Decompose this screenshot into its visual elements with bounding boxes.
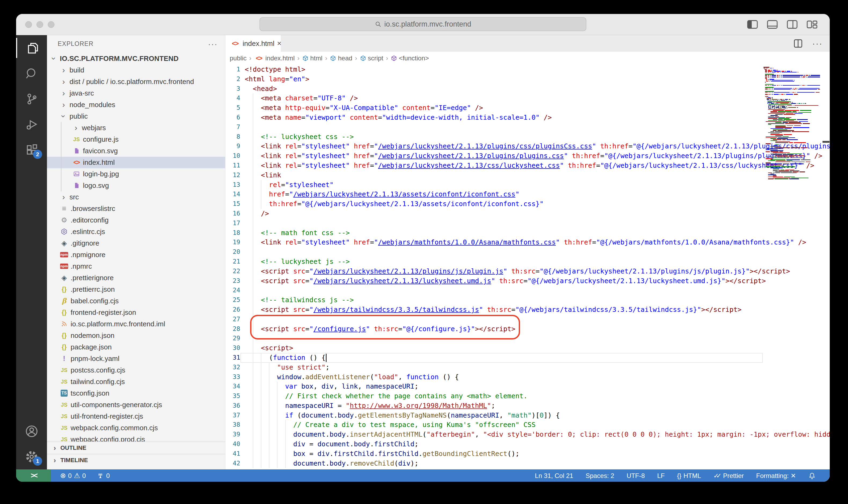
breadcrumb-separator: ›: [386, 54, 388, 62]
tree-item-java-src[interactable]: ›java-src: [47, 88, 225, 99]
close-tab-icon[interactable]: ×: [277, 39, 282, 48]
status-notifications[interactable]: [808, 472, 818, 480]
tree-item-configure.js[interactable]: JSconfigure.js: [47, 134, 225, 145]
tree-item-tsconfig.json[interactable]: TStsconfig.json: [47, 388, 225, 399]
tree-item-label: postcss.config.cjs: [71, 366, 125, 374]
minimize-window-button[interactable]: [36, 21, 43, 28]
breadcrumb-label: public: [230, 54, 247, 62]
close-window-button[interactable]: [25, 21, 32, 28]
status-formatter[interactable]: ✓✓Prettier: [713, 472, 744, 480]
problems-indicator[interactable]: ⊗ 0 ⚠ 0: [60, 471, 86, 480]
code-line-6: 6 <meta name="viewport" content="width=d…: [225, 113, 830, 122]
tree-item-.prettierrc.json[interactable]: {}.prettierrc.json: [47, 284, 225, 295]
tree-item-package.json[interactable]: {}package.json: [47, 341, 225, 353]
tree-item-label: src: [70, 193, 79, 201]
timeline-section[interactable]: › TIMELINE: [47, 454, 225, 466]
tree-item-node-modules[interactable]: ›node_modules: [47, 99, 225, 111]
code-line-38: 38 // Create a div to test mspace, using…: [225, 420, 830, 430]
tree-item-webpack.config.prod.cjs[interactable]: JSwebpack.config.prod.cjs: [47, 434, 225, 442]
broadcast-tower-icon: [96, 472, 104, 480]
extensions-icon[interactable]: 2: [16, 137, 47, 163]
code-line-16: 16 />: [225, 209, 830, 218]
code-editor[interactable]: 1<!doctype html>2<html lang="en">3 <head…: [225, 65, 830, 469]
status-encoding[interactable]: UTF-8: [627, 472, 645, 480]
tree-item-webpack.config.common.cjs[interactable]: JSwebpack.config.common.cjs: [47, 422, 225, 434]
tree-item-.eslintrc.cjs[interactable]: .eslintrc.cjs: [47, 226, 225, 237]
status-cursor-position[interactable]: Ln 31, Col 21: [535, 472, 573, 480]
error-count: 0: [68, 472, 72, 480]
outline-section[interactable]: › OUTLINE: [47, 442, 225, 454]
tree-item-login-bg.jpg[interactable]: login-bg.jpg: [47, 168, 225, 180]
tree-item-io.sc.platform.mvc.frontend[interactable]: ›IO.SC.PLATFORM.MVC.FRONTEND: [47, 53, 225, 65]
status-eol[interactable]: LF: [657, 472, 665, 480]
tree-item-nodemon.json[interactable]: {}nodemon.json: [47, 330, 225, 341]
toggle-panel-icon[interactable]: [766, 20, 778, 29]
tab-bar: <> index.html × ···: [225, 35, 830, 52]
yaml-lock-file-icon: !: [59, 354, 69, 363]
tree-item-.gitignore[interactable]: ◈.gitignore: [47, 237, 225, 249]
breadcrumb-item-head[interactable]: head: [330, 54, 352, 62]
tree-item-frontend-register.json[interactable]: {}frontend-register.json: [47, 307, 225, 318]
tree-item-.npmrc[interactable]: npm.npmrc: [47, 260, 225, 272]
split-editor-icon[interactable]: [793, 39, 803, 48]
code-line-10: 10 <link rel="stylesheet" href="/webjars…: [225, 151, 830, 161]
tree-item-webjars[interactable]: ›webjars: [47, 122, 225, 134]
double-check-icon: ✓✓: [713, 472, 719, 480]
code-line-26: 26 <script src="/webjars/tailwindcss/3.3…: [225, 305, 830, 314]
tree-item-label: .prettierignore: [71, 274, 113, 282]
toggle-secondary-sidebar-icon[interactable]: [786, 20, 798, 29]
tree-item-logo.svg[interactable]: logo.svg: [47, 180, 225, 191]
tree-item-public[interactable]: ›public: [47, 111, 225, 122]
js-file-icon: JS: [59, 413, 69, 419]
tree-item-.prettierignore[interactable]: ◈.prettierignore: [47, 272, 225, 284]
tree-item-io.sc.platform.mvc.frontend.iml[interactable]: io.sc.platform.mvc.frontend.iml: [47, 318, 225, 330]
tree-item-index.html[interactable]: <>index.html: [47, 157, 225, 168]
editor-actions-icon[interactable]: ···: [812, 39, 823, 48]
search-icon[interactable]: [16, 61, 47, 86]
symbol-cube-icon: [330, 55, 336, 61]
status-indentation[interactable]: Spaces: 2: [585, 472, 614, 480]
chevron-down-icon: ›: [49, 54, 58, 63]
remote-indicator[interactable]: ><: [16, 469, 51, 482]
tree-item-build[interactable]: ›build: [47, 65, 225, 76]
tree-item-src[interactable]: ›src: [47, 191, 225, 203]
explorer-icon[interactable]: [16, 35, 47, 61]
minimap[interactable]: [763, 67, 823, 180]
tree-item-.npmignore[interactable]: npm.npmignore: [47, 249, 225, 260]
customize-layout-icon[interactable]: [806, 20, 818, 29]
tree-item-pnpm-lock.yaml[interactable]: !pnpm-lock.yaml: [47, 353, 225, 364]
code-line-9: 9 <link rel="stylesheet" href="/webjars/…: [225, 141, 830, 151]
breadcrumb-separator: ›: [325, 54, 327, 62]
breadcrumb-item-index.html[interactable]: <>index.html: [254, 54, 295, 62]
settings-icon[interactable]: 1: [16, 444, 47, 469]
status-formatting[interactable]: Formatting: ✕: [756, 472, 796, 480]
breadcrumb-item--function-[interactable]: <function>: [391, 54, 429, 62]
code-line-3: 3 <head>: [225, 84, 830, 94]
tree-item-.browserslistrc[interactable]: ≡.browserslistrc: [47, 203, 225, 214]
tree-item-dist-public-io.sc.platform.mvc.frontend[interactable]: ›dist / public / io.sc.platform.mvc.fron…: [47, 76, 225, 88]
zoom-window-button[interactable]: [48, 21, 54, 28]
tree-item-.editorconfig[interactable]: ⚙.editorconfig: [47, 214, 225, 226]
breadcrumb-item-html[interactable]: html: [302, 54, 322, 62]
tab-index-html[interactable]: <> index.html ×: [225, 35, 281, 52]
command-center-search[interactable]: io.sc.platform.mvc.frontend: [259, 17, 587, 31]
tree-item-util-components-generator.cjs[interactable]: JSutil-components-generator.cjs: [47, 399, 225, 411]
run-debug-icon[interactable]: [16, 112, 47, 137]
breadcrumb-separator: ›: [355, 54, 357, 62]
code-line-33: 33 window.addEventListener("load", funct…: [225, 372, 830, 382]
toggle-primary-sidebar-icon[interactable]: [746, 20, 758, 29]
source-control-icon[interactable]: [16, 86, 47, 112]
accounts-icon[interactable]: [16, 418, 47, 444]
tree-item-favicon.svg[interactable]: favicon.svg: [47, 145, 225, 157]
tree-item-util-frontend-register.cjs[interactable]: JSutil-frontend-register.cjs: [47, 411, 225, 422]
breadcrumb-item-script[interactable]: script: [360, 54, 383, 62]
ports-indicator[interactable]: 0: [96, 472, 110, 480]
extensions-badge: 2: [33, 150, 42, 159]
status-language-mode[interactable]: {}HTML: [677, 472, 701, 480]
tree-item-tailwind.config.cjs[interactable]: JStailwind.config.cjs: [47, 376, 225, 388]
tree-item-postcss.config.cjs[interactable]: JSpostcss.config.cjs: [47, 364, 225, 376]
breadcrumb-separator: ›: [249, 54, 251, 62]
tree-item-babel.config.cjs[interactable]: βbabel.config.cjs: [47, 295, 225, 307]
explorer-actions-icon[interactable]: ···: [208, 39, 218, 49]
breadcrumb-item-public[interactable]: public: [230, 54, 247, 62]
